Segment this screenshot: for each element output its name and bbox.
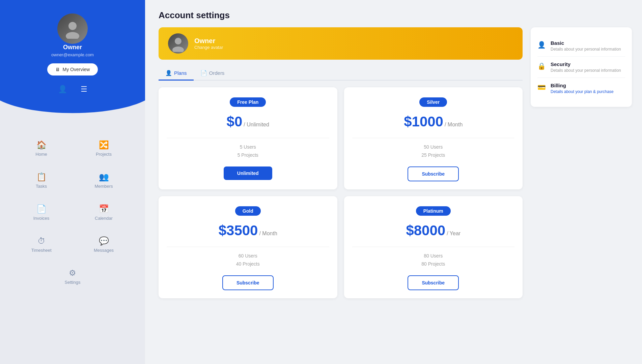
list-icon-button[interactable]: ☰ (81, 85, 87, 94)
tab-plans-label: Plans (174, 70, 187, 76)
owner-email: owner@example.com (51, 52, 94, 57)
sidebar-item-invoices[interactable]: 📄 Invoices (13, 198, 69, 227)
messages-label: Messages (94, 248, 114, 253)
projects-icon: 🔀 (99, 140, 109, 150)
timesheet-icon: ⏱ (37, 236, 46, 246)
messages-icon: 💬 (99, 236, 109, 246)
timesheet-label: Timesheet (31, 248, 51, 253)
sidebar-item-timesheet[interactable]: ⏱ Timesheet (13, 230, 69, 259)
invoices-icon: 📄 (36, 204, 47, 214)
tab-orders[interactable]: 📄 Orders (194, 66, 231, 81)
page-title: Account settings (159, 10, 632, 21)
rp-billing-subtitle: Details about your plan & purchase (551, 89, 614, 94)
plan-btn-silver[interactable]: Subscribe (408, 166, 459, 181)
orders-tab-icon: 📄 (200, 70, 207, 76)
sidebar-item-settings[interactable]: ⚙ Settings (61, 262, 84, 291)
owner-name: Owner (63, 44, 82, 51)
plan-badge-silver: Silver (419, 97, 447, 107)
sidebar-item-messages[interactable]: 💬 Messages (76, 230, 132, 259)
plans-grid: Free Plan $0/ Unlimited 5 Users 5 Projec… (159, 87, 523, 298)
tab-plans[interactable]: 👤 Plans (159, 66, 194, 81)
plan-users-silver: 50 Users (424, 144, 443, 150)
svg-point-0 (68, 22, 77, 30)
plan-btn-platinum[interactable]: Subscribe (408, 275, 459, 290)
calendar-label: Calendar (95, 216, 113, 221)
home-label: Home (35, 152, 47, 157)
rp-security-title: Security (551, 61, 621, 67)
plan-card-platinum: Platinum $8000/ Year 80 Users 80 Project… (344, 196, 523, 298)
plan-badge-platinum: Platinum (416, 206, 451, 216)
plan-price-free: $0/ Unlimited (227, 114, 269, 130)
plan-badge-gold: Gold (235, 206, 261, 216)
billing-icon: 💳 (537, 83, 546, 91)
rp-security-subtitle: Details about your personal information (551, 68, 621, 73)
members-label: Members (94, 184, 113, 189)
calendar-icon: 📅 (99, 204, 109, 214)
banner-avatar (168, 33, 188, 54)
plan-users-free: 5 Users (240, 144, 256, 150)
avatar (57, 13, 88, 44)
rp-basic-title: Basic (551, 40, 621, 46)
settings-label: Settings (65, 280, 81, 285)
tasks-icon: 📋 (36, 172, 47, 182)
wave-divider (0, 100, 145, 117)
svg-point-3 (172, 47, 184, 52)
svg-point-2 (175, 38, 182, 44)
sidebar-item-members[interactable]: 👥 Members (76, 166, 132, 195)
plan-btn-free[interactable]: Unlimited (224, 166, 272, 180)
basic-icon: 👤 (537, 41, 546, 49)
plan-users-platinum: 80 Users (424, 253, 443, 259)
sidebar-item-home[interactable]: 🏠 Home (13, 134, 69, 163)
plan-card-free: Free Plan $0/ Unlimited 5 Users 5 Projec… (159, 87, 337, 189)
invoices-label: Invoices (33, 216, 50, 221)
svg-point-1 (66, 32, 79, 39)
main-content: Account settings Owner Change avatar (145, 0, 642, 364)
right-panel: 👤 Basic Details about your personal info… (531, 27, 632, 107)
projects-label: Projects (96, 152, 112, 157)
tab-orders-label: Orders (209, 70, 225, 76)
sidebar-item-calendar[interactable]: 📅 Calendar (76, 198, 132, 227)
sidebar-item-projects[interactable]: 🔀 Projects (76, 134, 132, 163)
overview-label: My Overview (63, 67, 90, 72)
sidebar-item-tasks[interactable]: 📋 Tasks (13, 166, 69, 195)
plan-price-gold: $3500/ Month (219, 222, 277, 239)
plan-projects-platinum: 80 Projects (421, 261, 445, 267)
plan-users-gold: 60 Users (239, 253, 257, 259)
plan-badge-free: Free Plan (230, 97, 266, 107)
rp-item-basic[interactable]: 👤 Basic Details about your personal info… (537, 35, 625, 57)
plans-tab-icon: 👤 (165, 70, 172, 76)
plan-price-silver: $1000/ Month (404, 114, 463, 130)
rp-basic-subtitle: Details about your personal information (551, 47, 621, 52)
home-icon: 🏠 (36, 140, 47, 150)
tabs-row: 👤 Plans 📄 Orders (159, 66, 523, 81)
security-icon: 🔒 (537, 62, 546, 70)
banner-name: Owner (194, 37, 223, 45)
plan-projects-free: 5 Projects (238, 152, 258, 158)
plan-card-gold: Gold $3500/ Month 60 Users 40 Projects S… (159, 196, 337, 298)
plan-projects-gold: 40 Projects (236, 261, 260, 267)
person-icon-button[interactable]: 👤 (58, 85, 67, 94)
banner-change-avatar[interactable]: Change avatar (194, 45, 223, 50)
overview-icon: 🖥 (55, 67, 60, 72)
members-icon: 👥 (99, 172, 109, 182)
settings-icon: ⚙ (69, 268, 76, 278)
rp-item-billing[interactable]: 💳 Billing Details about your plan & purc… (537, 78, 625, 99)
profile-banner: Owner Change avatar (159, 27, 523, 60)
plan-projects-silver: 25 Projects (421, 152, 445, 158)
rp-item-security[interactable]: 🔒 Security Details about your personal i… (537, 57, 625, 78)
nav-grid: 🏠 Home 🔀 Projects 📋 Tasks 👥 Members 📄 In… (0, 127, 145, 298)
tasks-label: Tasks (36, 184, 47, 189)
plan-btn-gold[interactable]: Subscribe (222, 275, 274, 290)
plan-card-silver: Silver $1000/ Month 50 Users 25 Projects… (344, 87, 523, 189)
plan-price-platinum: $8000/ Year (406, 222, 460, 239)
rp-billing-title: Billing (551, 83, 614, 88)
overview-button[interactable]: 🖥 My Overview (47, 63, 98, 75)
